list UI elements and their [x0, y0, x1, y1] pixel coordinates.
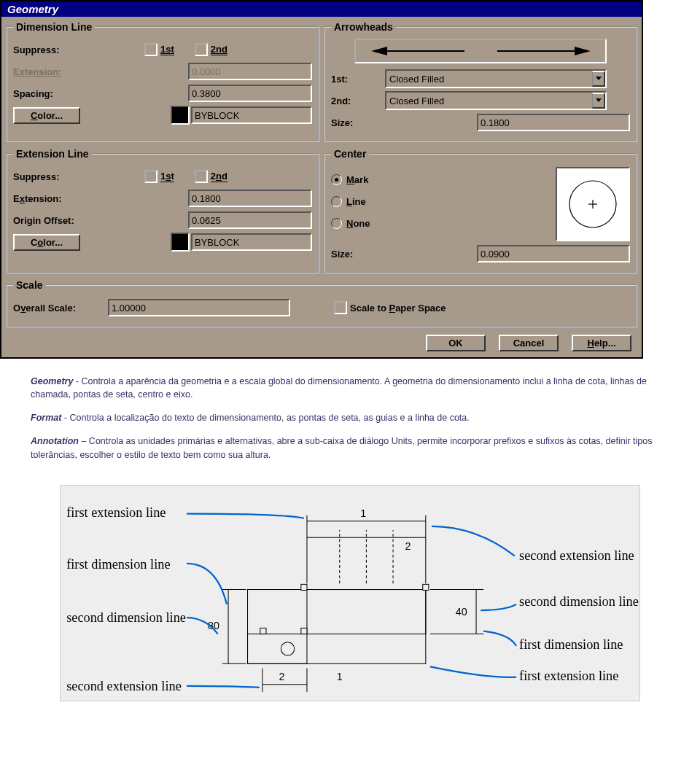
dl-color-button[interactable]: CColor...olor...: [13, 107, 80, 124]
svg-text:first extension line: first extension line: [519, 668, 618, 682]
dimension-line-legend: Dimension Line: [13, 21, 95, 33]
dl-spacing-label: Spacing:: [13, 88, 101, 99]
ah-1st-value: Closed Filled: [386, 74, 592, 85]
arrowheads-preview: [354, 39, 607, 63]
svg-text:1: 1: [337, 670, 343, 682]
svg-rect-14: [301, 584, 307, 590]
extension-line-group: Extension Line Suppress: 1st 2nd Extensi…: [6, 148, 319, 273]
extension-line-legend: Extension Line: [13, 148, 92, 160]
overall-scale-input[interactable]: [108, 299, 290, 316]
svg-rect-12: [260, 628, 266, 634]
el-origin-offset-input[interactable]: [188, 211, 312, 229]
dl-color-value: BYBLOCK: [191, 106, 312, 124]
center-line-label: Line: [346, 196, 366, 207]
dimension-diagram: 1 2 40 80 2 1 first extension line first…: [60, 485, 640, 701]
center-none-label: None: [346, 218, 370, 229]
svg-text:2: 2: [405, 540, 411, 551]
el-suppress-2nd-label: 2nd: [211, 171, 228, 182]
el-suppress-2nd-checkbox[interactable]: [195, 170, 208, 183]
dl-suppress-2nd-label: 2nd: [211, 44, 228, 55]
scale-to-paper-label: Scale to Paper Space: [350, 303, 446, 314]
el-extension-input[interactable]: [188, 190, 312, 207]
dl-spacing-input[interactable]: [188, 85, 312, 102]
svg-text:second dimension line: second dimension line: [66, 610, 186, 625]
ah-1st-dropdown[interactable]: Closed Filled: [385, 69, 607, 88]
el-color-swatch: [171, 233, 190, 252]
scale-to-paper-checkbox[interactable]: [334, 301, 347, 314]
arrowheads-legend: Arrowheads: [331, 21, 396, 33]
el-suppress-1st-label: 1st: [160, 171, 174, 182]
center-group: Center Mark Line None: [324, 148, 637, 273]
term-geometry: Geometry: [31, 376, 73, 386]
overall-scale-label: Overall Scale:: [13, 303, 108, 314]
el-extension-label: Extension:: [13, 193, 101, 204]
el-suppress-label: Suppress:: [13, 171, 101, 182]
center-size-input[interactable]: [477, 245, 630, 262]
dialog-body: Dimension Line Suppress: 1st 2nd Extensi…: [1, 17, 642, 357]
ah-1st-label: 1st:: [331, 74, 368, 85]
dialog-button-row: OK Cancel Help...: [6, 332, 637, 353]
svg-text:first dimension line: first dimension line: [519, 637, 623, 652]
geometry-dialog: Geometry Dimension Line Suppress: 1st 2n…: [0, 0, 643, 359]
svg-rect-10: [248, 634, 307, 663]
svg-marker-5: [596, 98, 602, 102]
svg-marker-4: [596, 77, 602, 80]
ah-2nd-dropdown[interactable]: Closed Filled: [385, 91, 607, 110]
svg-text:first dimension line: first dimension line: [66, 557, 170, 572]
el-color-value: BYBLOCK: [191, 233, 312, 251]
dl-extension-label: Extension:: [13, 66, 101, 77]
term-format: Format: [31, 413, 61, 423]
help-button[interactable]: Help...: [572, 335, 631, 351]
ah-2nd-value: Closed Filled: [386, 96, 592, 106]
dl-extension-input: [188, 63, 312, 80]
arrowheads-group: Arrowheads 1st: Closed Filled: [324, 21, 637, 142]
svg-rect-13: [301, 628, 307, 634]
chevron-down-icon[interactable]: [592, 71, 605, 87]
svg-text:second dimension line: second dimension line: [519, 594, 639, 609]
center-line-radio[interactable]: [331, 196, 342, 207]
cancel-button[interactable]: Cancel: [499, 335, 559, 351]
center-mark-radio[interactable]: [331, 174, 342, 185]
dimension-line-group: Dimension Line Suppress: 1st 2nd Extensi…: [6, 21, 319, 142]
ah-2nd-label: 2nd:: [331, 96, 368, 106]
center-mark-label: Mark: [346, 174, 368, 185]
svg-rect-11: [307, 589, 426, 634]
center-legend: Center: [331, 148, 369, 160]
title-bar: Geometry: [1, 1, 642, 17]
svg-rect-9: [248, 589, 426, 663]
svg-text:1: 1: [360, 507, 366, 518]
svg-marker-3: [575, 47, 591, 55]
svg-text:first extension line: first extension line: [66, 505, 166, 519]
el-suppress-1st-checkbox[interactable]: [144, 170, 158, 183]
document-text: Geometry - Controla a aparência da geome…: [0, 359, 700, 479]
center-preview: [556, 167, 630, 241]
center-none-radio[interactable]: [331, 218, 342, 229]
svg-text:40: 40: [456, 606, 467, 618]
scale-group: Scale Overall Scale: Scale to Paper Spac…: [6, 279, 637, 327]
arrow-right-icon: [496, 46, 591, 56]
dl-suppress-2nd-checkbox[interactable]: [195, 43, 208, 56]
ah-size-input[interactable]: [477, 114, 630, 131]
svg-rect-15: [423, 584, 429, 590]
dl-suppress-label: Suppress:: [13, 44, 101, 55]
arrow-left-icon: [371, 46, 466, 56]
dl-color-swatch: [171, 106, 190, 125]
ah-size-label: Size:: [331, 117, 368, 128]
center-size-label: Size:: [331, 249, 368, 260]
dl-suppress-1st-checkbox[interactable]: [144, 43, 158, 56]
scale-legend: Scale: [13, 279, 46, 291]
svg-point-16: [281, 642, 294, 655]
el-color-button[interactable]: Color...: [13, 234, 80, 251]
svg-text:second extension line: second extension line: [519, 548, 634, 562]
svg-text:second extension line: second extension line: [66, 679, 182, 693]
dl-suppress-1st-label: 1st: [160, 44, 174, 55]
ok-button[interactable]: OK: [426, 335, 486, 351]
chevron-down-icon[interactable]: [592, 93, 605, 109]
svg-text:2: 2: [279, 670, 284, 682]
svg-marker-1: [371, 47, 387, 55]
term-annotation: Annotation: [31, 436, 79, 446]
el-origin-offset-label: Origin Offset:: [13, 215, 101, 226]
